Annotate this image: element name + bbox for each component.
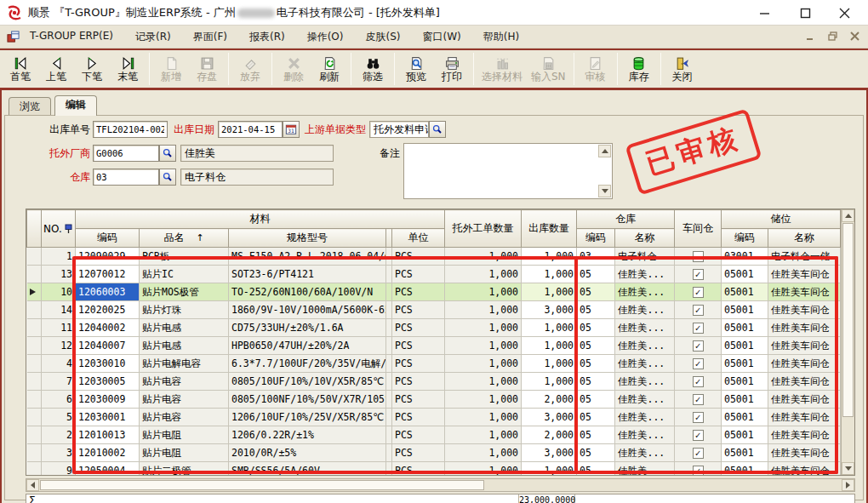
cell-blank[interactable] — [386, 373, 392, 391]
cell-wh_name[interactable]: 佳胜美... — [615, 426, 675, 444]
cell-spec[interactable]: 0805/100NF/10%/50V/X7R/105℃ — [229, 391, 386, 409]
out-date-input[interactable] — [218, 121, 283, 138]
workshop-checkbox[interactable] — [693, 430, 704, 441]
cell-code[interactable]: 12050004 — [76, 462, 140, 476]
header-spec[interactable]: 规格型号 — [229, 229, 386, 248]
cell-code[interactable]: 12010013 — [76, 426, 140, 444]
cell-bin_code[interactable]: 05001 — [722, 373, 768, 391]
vendor-lookup-button[interactable] — [159, 145, 176, 162]
scroll-left-button[interactable] — [26, 479, 39, 491]
calendar-button[interactable]: 31 — [283, 121, 300, 138]
cell-spec[interactable]: HPB0650/47UH/±20%/2A — [229, 337, 386, 355]
cell-code[interactable]: 12090029 — [76, 248, 140, 266]
cell-blank[interactable] — [386, 248, 392, 266]
cell-no[interactable]: 1 — [42, 248, 76, 266]
cell-bin_name[interactable]: 佳胜美车间仓 — [768, 409, 841, 426]
cell-wh_code[interactable]: 05 — [577, 266, 615, 283]
table-row[interactable]: 1312070012贴片ICSOT23-6/PT4121PCS1,0001,00… — [27, 266, 841, 283]
toolbar-nav-next-button[interactable]: 下笔 — [74, 51, 110, 87]
cell-wh_name[interactable]: 佳胜美... — [615, 266, 675, 283]
cell-workshop[interactable] — [675, 355, 722, 373]
cell-name[interactable]: 贴片电容 — [140, 373, 229, 391]
scroll-right-button[interactable] — [842, 479, 854, 491]
mdi-close-button[interactable] — [848, 29, 861, 43]
horizontal-scrollbar[interactable] — [26, 478, 855, 492]
cell-wh_name[interactable]: 佳胜美... — [615, 462, 675, 476]
tab-edit[interactable]: 编辑 — [54, 95, 97, 116]
cell-blank[interactable] — [386, 337, 392, 355]
toolbar-nav-first-button[interactable]: 首笔 — [3, 51, 38, 87]
cell-wh_code[interactable]: 03 — [577, 248, 615, 266]
row-indicator[interactable] — [27, 373, 42, 391]
cell-bin_name[interactable]: 佳胜美车间仓 — [768, 391, 841, 409]
table-row[interactable]: 1212040007贴片电感HPB0650/47UH/±20%/2APCS1,0… — [27, 337, 841, 355]
cell-unit[interactable]: PCS — [392, 373, 445, 391]
cell-spec[interactable]: 6.3*7.7/100UF/20%/35V/电解/105℃ — [229, 355, 386, 373]
cell-bin_code[interactable]: 05001 — [722, 444, 768, 462]
cell-workshop[interactable] — [675, 337, 722, 355]
cell-bin_name[interactable]: 佳胜美车间仓 — [768, 373, 841, 391]
cell-blank[interactable] — [386, 319, 392, 337]
cell-workshop[interactable] — [675, 301, 722, 319]
cell-unit[interactable]: PCS — [392, 391, 445, 409]
cell-wh_code[interactable]: 05 — [577, 319, 615, 337]
cell-no[interactable]: 12 — [42, 337, 76, 355]
workshop-checkbox[interactable] — [693, 466, 704, 475]
row-indicator[interactable] — [27, 248, 42, 266]
cell-out_qty[interactable]: 2,000 — [522, 426, 577, 444]
cell-wo_qty[interactable]: 1,000 — [445, 266, 522, 283]
cell-bin_code[interactable]: 05001 — [722, 462, 768, 476]
window-maximize-button[interactable] — [786, 0, 824, 26]
cell-no[interactable]: 11 — [42, 319, 76, 337]
window-minimize-button[interactable] — [745, 0, 783, 26]
cell-wh_code[interactable]: 05 — [577, 462, 615, 476]
menu-item[interactable]: 帮助(H) — [483, 30, 519, 44]
menu-item[interactable]: 界面(F) — [193, 30, 227, 44]
menu-item[interactable]: 操作(O) — [307, 30, 344, 44]
cell-spec[interactable]: 1206/10UF/10%/25V/X5R/85℃ — [229, 409, 386, 426]
upstream-type-value[interactable]: 托外发料申请 — [369, 121, 429, 138]
cell-unit[interactable]: PCS — [392, 301, 445, 319]
mdi-restore-button[interactable] — [825, 29, 839, 43]
cell-blank[interactable] — [386, 409, 392, 426]
cell-blank[interactable] — [386, 444, 392, 462]
cell-out_qty[interactable]: 1,000 — [522, 319, 577, 337]
cell-blank[interactable] — [386, 426, 392, 444]
cell-spec[interactable]: SMB/SS56/5A/60V — [229, 462, 386, 476]
horizontal-scroll-thumb[interactable] — [40, 480, 484, 490]
table-row[interactable]: 112090029PCB板MS-F150-A2-R-L 2018-06-04/铝… — [27, 248, 841, 266]
table-row[interactable]: 1412020025贴片灯珠1860/9V-10V/1000mA/5600K-6… — [27, 301, 841, 319]
cell-workshop[interactable] — [675, 266, 722, 283]
table-row[interactable]: 1112040002贴片电感CD75/33UH/±20%/1.6APCS1,00… — [27, 319, 841, 337]
cell-wh_name[interactable]: 佳胜美... — [615, 337, 675, 355]
cell-bin_code[interactable]: 05001 — [722, 409, 768, 426]
cell-blank[interactable] — [386, 462, 392, 476]
cell-wo_qty[interactable]: 1,000 — [445, 391, 522, 409]
remark-scroll-up-button[interactable] — [598, 145, 611, 157]
doc-no-input[interactable] — [93, 121, 168, 138]
cell-no[interactable]: 9 — [42, 462, 76, 476]
remark-textarea[interactable] — [403, 143, 613, 199]
vertical-scroll-thumb[interactable] — [842, 223, 854, 417]
cell-name[interactable]: 贴片电阻 — [140, 444, 229, 462]
cell-blank[interactable] — [386, 283, 392, 301]
toolbar-binoculars-button[interactable]: 筛选 — [355, 51, 391, 87]
row-indicator[interactable] — [27, 409, 42, 426]
cell-workshop[interactable] — [675, 391, 722, 409]
header-wh-code[interactable]: 编码 — [577, 229, 615, 248]
menu-item[interactable]: 报表(R) — [249, 30, 285, 44]
cell-bin_code[interactable]: 05001 — [722, 283, 768, 301]
cell-spec[interactable]: 2010/0R/±5% — [229, 444, 386, 462]
cell-spec[interactable]: SOT23-6/PT4121 — [229, 266, 386, 283]
toolbar-nav-prev-button[interactable]: 上笔 — [38, 51, 74, 87]
scroll-up-button[interactable] — [842, 209, 854, 222]
cell-name[interactable]: 贴片电感 — [140, 337, 229, 355]
table-row[interactable]: 1012060003贴片MOS极管TO-252/60N100/60A/100V/… — [27, 283, 841, 301]
header-bin-code[interactable]: 编码 — [722, 229, 768, 248]
cell-out_qty[interactable]: 3,000 — [522, 301, 577, 319]
cell-wo_qty[interactable]: 1,000 — [445, 337, 522, 355]
cell-code[interactable]: 12070012 — [76, 266, 140, 283]
cell-wo_qty[interactable]: 1,000 — [445, 444, 522, 462]
cell-name[interactable]: 贴片电解电容 — [140, 355, 229, 373]
table-row[interactable]: 912050004贴片二极管SMB/SS56/5A/60VPCS1,0001,0… — [27, 462, 841, 476]
